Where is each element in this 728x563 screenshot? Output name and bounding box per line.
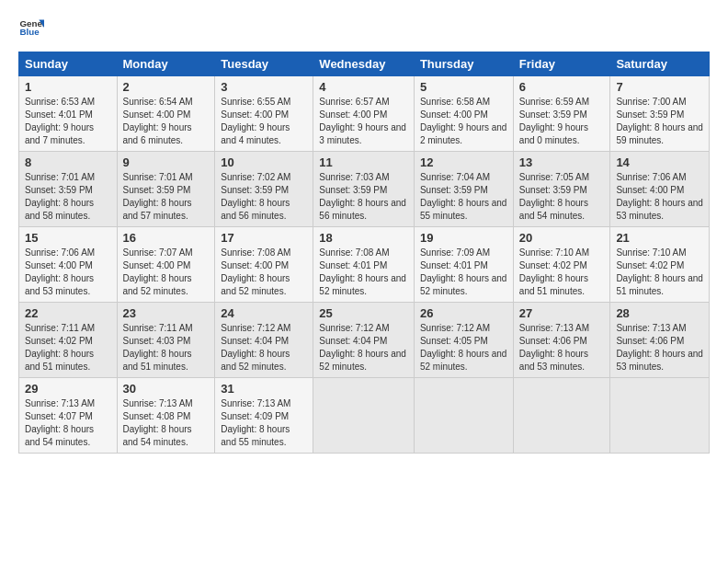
calendar-cell: 11 Sunrise: 7:03 AMSunset: 3:59 PMDaylig… (313, 152, 415, 227)
day-number: 25 (319, 306, 408, 320)
weekday-saturday: Saturday (610, 52, 710, 76)
day-info: Sunrise: 7:13 AMSunset: 4:08 PMDaylight:… (123, 398, 193, 447)
calendar-cell: 29 Sunrise: 7:13 AMSunset: 4:07 PMDaylig… (19, 378, 118, 454)
calendar-cell: 22 Sunrise: 7:11 AMSunset: 4:02 PMDaylig… (19, 303, 118, 378)
calendar-cell: 1 Sunrise: 6:53 AMSunset: 4:01 PMDayligh… (19, 76, 118, 152)
calendar-body: 1 Sunrise: 6:53 AMSunset: 4:01 PMDayligh… (19, 76, 710, 454)
day-number: 31 (221, 382, 307, 396)
day-info: Sunrise: 7:08 AMSunset: 4:01 PMDaylight:… (319, 247, 406, 296)
calendar-cell: 27 Sunrise: 7:13 AMSunset: 4:06 PMDaylig… (513, 303, 610, 378)
calendar-cell: 21 Sunrise: 7:10 AMSunset: 4:02 PMDaylig… (610, 227, 710, 303)
day-info: Sunrise: 6:54 AMSunset: 4:00 PMDaylight:… (123, 97, 193, 145)
week-row-3: 15 Sunrise: 7:06 AMSunset: 4:00 PMDaylig… (19, 227, 710, 303)
day-number: 18 (319, 231, 408, 245)
day-info: Sunrise: 7:04 AMSunset: 3:59 PMDaylight:… (420, 172, 507, 221)
day-info: Sunrise: 7:01 AMSunset: 3:59 PMDaylight:… (25, 172, 95, 221)
day-info: Sunrise: 7:05 AMSunset: 3:59 PMDaylight:… (519, 172, 589, 221)
day-number: 21 (616, 231, 703, 245)
calendar-cell (414, 378, 513, 454)
calendar-cell (513, 378, 610, 454)
day-info: Sunrise: 7:11 AMSunset: 4:03 PMDaylight:… (123, 323, 193, 372)
week-row-2: 8 Sunrise: 7:01 AMSunset: 3:59 PMDayligh… (19, 152, 710, 227)
calendar-cell: 14 Sunrise: 7:06 AMSunset: 4:00 PMDaylig… (610, 152, 710, 227)
calendar-cell: 15 Sunrise: 7:06 AMSunset: 4:00 PMDaylig… (19, 227, 118, 303)
day-number: 11 (319, 155, 408, 169)
calendar-cell: 3 Sunrise: 6:55 AMSunset: 4:00 PMDayligh… (215, 76, 313, 152)
weekday-wednesday: Wednesday (313, 52, 415, 76)
day-info: Sunrise: 6:53 AMSunset: 4:01 PMDaylight:… (25, 97, 95, 145)
day-number: 22 (25, 306, 111, 320)
calendar-cell: 6 Sunrise: 6:59 AMSunset: 3:59 PMDayligh… (513, 76, 610, 152)
calendar-cell: 7 Sunrise: 7:00 AMSunset: 3:59 PMDayligh… (610, 76, 710, 152)
weekday-monday: Monday (117, 52, 215, 76)
day-info: Sunrise: 7:12 AMSunset: 4:05 PMDaylight:… (420, 323, 507, 372)
day-info: Sunrise: 7:13 AMSunset: 4:07 PMDaylight:… (25, 398, 95, 447)
calendar-cell: 25 Sunrise: 7:12 AMSunset: 4:04 PMDaylig… (313, 303, 415, 378)
calendar-cell: 12 Sunrise: 7:04 AMSunset: 3:59 PMDaylig… (414, 152, 513, 227)
logo-icon: General Blue (18, 15, 44, 40)
day-number: 23 (123, 306, 210, 320)
day-info: Sunrise: 7:10 AMSunset: 4:02 PMDaylight:… (616, 247, 703, 296)
day-number: 5 (420, 80, 507, 94)
day-number: 1 (25, 80, 111, 94)
calendar-cell: 31 Sunrise: 7:13 AMSunset: 4:09 PMDaylig… (215, 378, 313, 454)
day-number: 20 (519, 231, 605, 245)
calendar-cell: 19 Sunrise: 7:09 AMSunset: 4:01 PMDaylig… (414, 227, 513, 303)
day-info: Sunrise: 7:08 AMSunset: 4:00 PMDaylight:… (221, 247, 290, 296)
day-info: Sunrise: 7:01 AMSunset: 3:59 PMDaylight:… (123, 172, 193, 221)
calendar-cell: 4 Sunrise: 6:57 AMSunset: 4:00 PMDayligh… (313, 76, 415, 152)
day-info: Sunrise: 7:03 AMSunset: 3:59 PMDaylight:… (319, 172, 406, 221)
calendar-cell: 30 Sunrise: 7:13 AMSunset: 4:08 PMDaylig… (117, 378, 215, 454)
calendar-cell: 24 Sunrise: 7:12 AMSunset: 4:04 PMDaylig… (215, 303, 313, 378)
calendar-cell: 20 Sunrise: 7:10 AMSunset: 4:02 PMDaylig… (513, 227, 610, 303)
day-info: Sunrise: 7:12 AMSunset: 4:04 PMDaylight:… (221, 323, 290, 372)
week-row-1: 1 Sunrise: 6:53 AMSunset: 4:01 PMDayligh… (19, 76, 710, 152)
day-number: 2 (123, 80, 210, 94)
weekday-sunday: Sunday (19, 52, 118, 76)
header: General Blue (18, 15, 710, 40)
day-info: Sunrise: 7:13 AMSunset: 4:06 PMDaylight:… (519, 323, 589, 372)
day-info: Sunrise: 6:59 AMSunset: 3:59 PMDaylight:… (519, 97, 589, 145)
calendar-cell: 16 Sunrise: 7:07 AMSunset: 4:00 PMDaylig… (117, 227, 215, 303)
day-number: 4 (319, 80, 408, 94)
calendar-cell: 28 Sunrise: 7:13 AMSunset: 4:06 PMDaylig… (610, 303, 710, 378)
calendar-table: SundayMondayTuesdayWednesdayThursdayFrid… (18, 52, 710, 454)
day-info: Sunrise: 7:06 AMSunset: 4:00 PMDaylight:… (25, 247, 95, 296)
calendar-cell: 26 Sunrise: 7:12 AMSunset: 4:05 PMDaylig… (414, 303, 513, 378)
svg-text:Blue: Blue (19, 27, 40, 37)
day-info: Sunrise: 7:07 AMSunset: 4:00 PMDaylight:… (123, 247, 193, 296)
day-info: Sunrise: 6:57 AMSunset: 4:00 PMDaylight:… (319, 97, 406, 145)
logo: General Blue (18, 15, 44, 40)
calendar-cell: 2 Sunrise: 6:54 AMSunset: 4:00 PMDayligh… (117, 76, 215, 152)
day-info: Sunrise: 7:11 AMSunset: 4:02 PMDaylight:… (25, 323, 95, 372)
day-number: 27 (519, 306, 605, 320)
day-number: 6 (519, 80, 605, 94)
calendar-cell: 23 Sunrise: 7:11 AMSunset: 4:03 PMDaylig… (117, 303, 215, 378)
weekday-tuesday: Tuesday (215, 52, 313, 76)
week-row-4: 22 Sunrise: 7:11 AMSunset: 4:02 PMDaylig… (19, 303, 710, 378)
day-info: Sunrise: 7:13 AMSunset: 4:06 PMDaylight:… (616, 323, 703, 372)
day-number: 15 (25, 231, 111, 245)
day-number: 28 (616, 306, 703, 320)
calendar-cell: 10 Sunrise: 7:02 AMSunset: 3:59 PMDaylig… (215, 152, 313, 227)
calendar-cell: 5 Sunrise: 6:58 AMSunset: 4:00 PMDayligh… (414, 76, 513, 152)
day-number: 9 (123, 155, 210, 169)
day-info: Sunrise: 6:58 AMSunset: 4:00 PMDaylight:… (420, 97, 507, 145)
day-info: Sunrise: 7:00 AMSunset: 3:59 PMDaylight:… (616, 97, 703, 145)
day-info: Sunrise: 7:06 AMSunset: 4:00 PMDaylight:… (616, 172, 703, 221)
day-number: 13 (519, 155, 605, 169)
day-info: Sunrise: 7:02 AMSunset: 3:59 PMDaylight:… (221, 172, 290, 221)
calendar-cell: 17 Sunrise: 7:08 AMSunset: 4:00 PMDaylig… (215, 227, 313, 303)
day-number: 29 (25, 382, 111, 396)
day-info: Sunrise: 7:12 AMSunset: 4:04 PMDaylight:… (319, 323, 406, 372)
day-number: 24 (221, 306, 307, 320)
calendar-cell (610, 378, 710, 454)
day-number: 8 (25, 155, 111, 169)
day-number: 3 (221, 80, 307, 94)
weekday-friday: Friday (513, 52, 610, 76)
day-info: Sunrise: 7:10 AMSunset: 4:02 PMDaylight:… (519, 247, 589, 296)
day-number: 14 (616, 155, 703, 169)
day-number: 26 (420, 306, 507, 320)
day-number: 16 (123, 231, 210, 245)
weekday-header-row: SundayMondayTuesdayWednesdayThursdayFrid… (19, 52, 710, 76)
